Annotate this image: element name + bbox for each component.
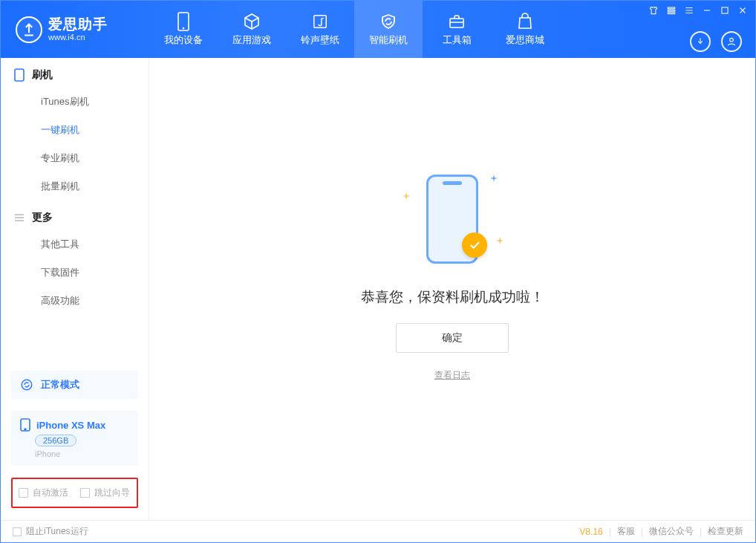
titlebar-right-buttons bbox=[690, 31, 742, 52]
svg-rect-3 bbox=[450, 19, 463, 27]
sidebar-item-itunes-flash[interactable]: iTunes刷机 bbox=[1, 88, 149, 116]
svg-point-10 bbox=[22, 380, 32, 390]
minimize-icon[interactable] bbox=[702, 5, 712, 16]
user-button[interactable] bbox=[721, 31, 742, 52]
nav-label: 智能刷机 bbox=[369, 33, 408, 47]
sidebar-item-advanced[interactable]: 高级功能 bbox=[1, 287, 149, 315]
success-check-badge bbox=[462, 233, 487, 258]
maximize-icon[interactable] bbox=[720, 5, 730, 16]
view-log-link[interactable]: 查看日志 bbox=[434, 369, 470, 382]
titlebar: 爱思助手 www.i4.cn 我的设备 应用游戏 铃声壁纸 智能刷机 bbox=[1, 1, 755, 58]
brand-logo-icon bbox=[16, 16, 42, 43]
sidebar-group-flash: 刷机 bbox=[1, 58, 149, 88]
nav-store[interactable]: 爱思商城 bbox=[491, 1, 559, 58]
body: 刷机 iTunes刷机 一键刷机 专业刷机 批量刷机 更多 其他工具 下载固件 … bbox=[1, 58, 755, 520]
checkbox-skip-guide[interactable]: 跳过向导 bbox=[80, 487, 130, 499]
group-title: 更多 bbox=[32, 211, 53, 224]
device-capacity: 256GB bbox=[35, 435, 76, 446]
svg-rect-5 bbox=[668, 10, 674, 11]
device-name: iPhone XS Max bbox=[36, 420, 105, 431]
check-icon bbox=[468, 238, 481, 252]
shopping-bag-icon bbox=[516, 13, 534, 30]
sync-icon bbox=[20, 378, 33, 391]
brand-url: www.i4.cn bbox=[48, 33, 108, 42]
nav-toolbox[interactable]: 工具箱 bbox=[423, 1, 491, 58]
music-note-icon bbox=[311, 13, 329, 30]
version-label: V8.16 bbox=[579, 527, 602, 537]
phone-icon bbox=[175, 13, 192, 30]
footer: 阻止iTunes运行 V8.16 | 客服 | 微信公众号 | 检查更新 bbox=[1, 520, 755, 542]
footer-link-support[interactable]: 客服 bbox=[617, 525, 635, 538]
svg-point-12 bbox=[25, 429, 26, 430]
main-content: 恭喜您，保资料刷机成功啦！ 确定 查看日志 bbox=[149, 58, 755, 520]
list-icon[interactable] bbox=[684, 5, 694, 16]
ok-button[interactable]: 确定 bbox=[396, 323, 509, 353]
download-button[interactable] bbox=[690, 31, 711, 52]
svg-rect-7 bbox=[722, 7, 728, 13]
nav-label: 工具箱 bbox=[443, 33, 472, 47]
close-icon[interactable] bbox=[737, 5, 748, 16]
device-icon bbox=[20, 418, 30, 432]
nav-label: 铃声壁纸 bbox=[301, 33, 339, 47]
group-title: 刷机 bbox=[32, 68, 53, 82]
sidebar-group-more: 更多 bbox=[1, 201, 149, 230]
checkbox-icon bbox=[19, 488, 28, 498]
check-label: 自动激活 bbox=[33, 487, 68, 499]
toolbox-icon bbox=[448, 13, 466, 30]
checkbox-block-itunes[interactable]: 阻止iTunes运行 bbox=[13, 525, 88, 538]
separator: | bbox=[700, 527, 702, 537]
footer-link-wechat[interactable]: 微信公众号 bbox=[649, 525, 694, 538]
svg-rect-4 bbox=[668, 7, 674, 9]
nav-smart-flash[interactable]: 智能刷机 bbox=[354, 1, 423, 58]
nav-apps-games[interactable]: 应用游戏 bbox=[218, 1, 286, 58]
nav-label: 应用游戏 bbox=[232, 33, 271, 47]
phone-outline-icon bbox=[14, 68, 25, 82]
svg-point-8 bbox=[730, 38, 734, 42]
separator: | bbox=[609, 527, 611, 537]
svg-point-1 bbox=[183, 27, 185, 29]
app-window: 爱思助手 www.i4.cn 我的设备 应用游戏 铃声壁纸 智能刷机 bbox=[0, 0, 756, 543]
mode-box[interactable]: 正常模式 bbox=[11, 371, 138, 399]
cube-icon bbox=[243, 13, 261, 30]
sparkle-icon bbox=[496, 237, 504, 244]
sidebar-item-one-click-flash[interactable]: 一键刷机 bbox=[1, 116, 149, 144]
top-nav: 我的设备 应用游戏 铃声壁纸 智能刷机 工具箱 爱思商城 bbox=[149, 1, 559, 58]
success-headline: 恭喜您，保资料刷机成功啦！ bbox=[361, 287, 544, 307]
device-box[interactable]: iPhone XS Max 256GB iPhone bbox=[11, 411, 138, 466]
device-type: iPhone bbox=[35, 449, 129, 458]
brand-name: 爱思助手 bbox=[48, 17, 108, 33]
checkbox-icon bbox=[13, 527, 22, 536]
success-hero: 恭喜您，保资料刷机成功啦！ 确定 查看日志 bbox=[361, 167, 544, 382]
nav-label: 爱思商城 bbox=[506, 33, 544, 47]
checkbox-icon bbox=[80, 488, 90, 498]
check-label: 跳过向导 bbox=[94, 487, 130, 499]
brand: 爱思助手 www.i4.cn bbox=[1, 16, 149, 43]
nav-label: 我的设备 bbox=[164, 33, 203, 47]
sidebar-item-pro-flash[interactable]: 专业刷机 bbox=[1, 144, 149, 172]
window-controls bbox=[648, 5, 748, 16]
svg-rect-6 bbox=[668, 13, 674, 14]
checkbox-auto-activate[interactable]: 自动激活 bbox=[19, 487, 68, 499]
hamburger-icon bbox=[14, 212, 25, 223]
sidebar-item-download-firmware[interactable]: 下载固件 bbox=[1, 259, 149, 287]
sidebar: 刷机 iTunes刷机 一键刷机 专业刷机 批量刷机 更多 其他工具 下载固件 … bbox=[1, 58, 149, 520]
checks-highlight: 自动激活 跳过向导 bbox=[11, 478, 138, 508]
nav-ringtone-wallpaper[interactable]: 铃声壁纸 bbox=[286, 1, 354, 58]
menu-icon[interactable] bbox=[666, 5, 677, 16]
sidebar-item-batch-flash[interactable]: 批量刷机 bbox=[1, 172, 149, 201]
svg-rect-9 bbox=[15, 69, 24, 81]
mode-label: 正常模式 bbox=[41, 378, 79, 391]
nav-my-device[interactable]: 我的设备 bbox=[149, 1, 218, 58]
sparkle-icon bbox=[490, 175, 498, 182]
sparkle-icon bbox=[403, 192, 410, 200]
footer-link-check-update[interactable]: 检查更新 bbox=[708, 525, 743, 538]
sidebar-item-other-tools[interactable]: 其他工具 bbox=[1, 230, 149, 259]
shirt-icon[interactable] bbox=[648, 5, 659, 16]
refresh-shield-icon bbox=[379, 13, 397, 30]
phone-illustration bbox=[397, 167, 508, 271]
check-label: 阻止iTunes运行 bbox=[26, 525, 88, 538]
separator: | bbox=[641, 527, 643, 537]
